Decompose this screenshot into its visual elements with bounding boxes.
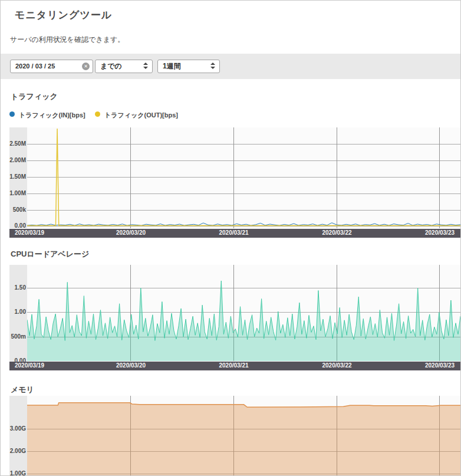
memory-area-fill: [27, 403, 460, 476]
page-title: モニタリングツール: [15, 8, 112, 22]
traffic-y-tick-label: 1.00M: [9, 190, 26, 197]
date-input[interactable]: 2020 / 03 / 25 ✕: [10, 60, 93, 73]
cpu-x-tick-label: 2020/03/20: [116, 362, 146, 369]
traffic-series-svg: [27, 127, 460, 228]
cpu-plot-area: [27, 265, 460, 361]
memory-y-tick-label: 3.00G: [9, 425, 26, 432]
memory-series-svg: [27, 396, 460, 476]
traffic-series-line: [27, 129, 460, 226]
cpu-y-tick-label: 1.50: [9, 284, 26, 291]
memory-y-tick-label: 1.00G: [9, 470, 26, 476]
updown-arrows-icon: [210, 63, 215, 70]
cpu-x-tick-label: 2020/03/19: [15, 362, 44, 369]
traffic-x-tick-label: 2020/03/19: [15, 229, 44, 236]
traffic-x-tick-label: 2020/03/23: [425, 229, 455, 236]
traffic-y-tick-label: 2.50M: [9, 140, 26, 147]
clear-date-icon[interactable]: ✕: [82, 63, 90, 70]
memory-y-axis-gutter: [9, 396, 27, 476]
traffic-y-tick-label: 500k: [9, 206, 26, 214]
period-select[interactable]: 1週間: [157, 60, 220, 73]
traffic-series-line: [27, 223, 460, 226]
traffic-y-tick-label: 1.50M: [9, 173, 26, 180]
monitoring-page: モニタリングツール サーバの利用状況を確認できます。 2020 / 03 / 2…: [0, 0, 461, 476]
until-select-value: までの: [100, 62, 122, 70]
date-value: 2020 / 03 / 25: [15, 63, 55, 70]
traffic-x-tick-label: 2020/03/22: [322, 229, 351, 236]
updown-arrows-icon: [143, 63, 148, 70]
cpu-y-tick-label: 500m: [9, 333, 26, 340]
cpu-series-svg: [27, 265, 460, 361]
cpu-x-tick-label: 2020/03/21: [219, 362, 248, 369]
traffic-out-label: トラフィック(OUT)[bps]: [104, 111, 178, 120]
cpu-y-tick-label: 1.00: [9, 308, 26, 316]
cpu-x-axis-band: 2020/03/192020/03/202020/03/212020/03/22…: [9, 362, 460, 370]
traffic-in-dot-icon: [9, 111, 15, 117]
traffic-x-tick-label: 2020/03/20: [116, 229, 146, 236]
period-select-value: 1週間: [163, 62, 181, 70]
until-select[interactable]: までの: [95, 60, 153, 73]
cpu-section-title: CPUロードアベレージ: [11, 249, 89, 260]
traffic-y-tick-label: 2.00M: [9, 157, 26, 164]
memory-plot-area: [27, 396, 460, 476]
memory-y-tick-label: 2.00G: [9, 448, 26, 455]
cpu-x-tick-label: 2020/03/22: [322, 362, 351, 369]
traffic-section-title: トラフィック: [11, 91, 58, 102]
cpu-area-fill: [27, 281, 460, 361]
traffic-out-dot-icon: [95, 111, 100, 117]
traffic-in-label: トラフィック(IN)[bps]: [19, 111, 85, 120]
filter-bar: 2020 / 03 / 25 ✕ までの 1週間: [1, 54, 460, 79]
cpu-x-tick-label: 2020/03/23: [425, 362, 455, 369]
traffic-plot-area: [27, 127, 460, 228]
memory-section-title: メモリ: [11, 385, 34, 395]
page-description: サーバの利用状況を確認できます。: [10, 35, 124, 45]
traffic-x-axis-band: 2020/03/192020/03/202020/03/212020/03/22…: [9, 229, 460, 238]
traffic-x-tick-label: 2020/03/21: [219, 229, 248, 236]
